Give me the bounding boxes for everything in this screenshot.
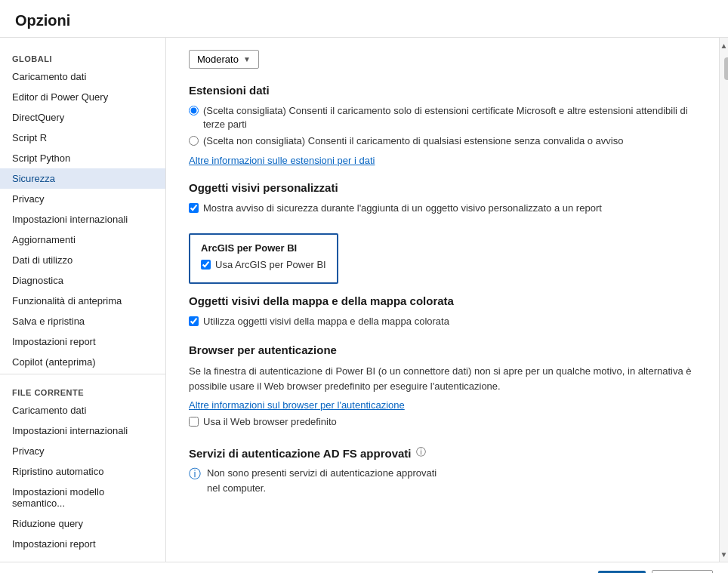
oggetti-visivi-title: Oggetti visivi personalizzati — [189, 181, 696, 194]
mappa-checkbox[interactable] — [189, 316, 199, 326]
section-mappa: Oggetti visivi della mappa e della mappa… — [189, 294, 696, 328]
info-circle-icon: ⓘ — [416, 445, 426, 459]
browser-checkbox[interactable] — [189, 417, 199, 427]
sidebar-item-fc-impostazioni-report[interactable]: Impostazioni report — [0, 534, 165, 554]
browser-title: Browser per autenticazione — [189, 343, 696, 356]
sidebar-item-fc-ripristino-automatico[interactable]: Ripristino automatico — [0, 461, 165, 482]
scroll-thumb[interactable] — [724, 57, 729, 80]
radio-consigliata-label: (Scelta consigliata) Consenti il caricam… — [203, 104, 696, 131]
chevron-down-icon: ▼ — [243, 55, 251, 63]
sidebar-item-directquery[interactable]: DirectQuery — [0, 107, 165, 128]
sidebar-item-fc-riduzione-query[interactable]: Riduzione query — [0, 513, 165, 534]
section-oggetti-visivi: Oggetti visivi personalizzati Mostra avv… — [189, 181, 696, 215]
sidebar-item-caricamento-dati[interactable]: Caricamento dati — [0, 66, 165, 87]
sidebar-item-editor-power-query[interactable]: Editor di Power Query — [0, 87, 165, 107]
checkbox-avviso-sicurezza-group: Mostra avviso di sicurezza durante l'agg… — [189, 202, 696, 215]
radio-estensioni-consigliata: (Scelta consigliata) Consenti il caricam… — [189, 104, 696, 131]
main-content: Moderato ▼ Estensioni dati (Scelta consi… — [166, 38, 719, 562]
sidebar-item-fc-impostazioni-internazionali[interactable]: Impostazioni internazionali — [0, 421, 165, 441]
scroll-down-arrow[interactable]: ▼ — [720, 547, 728, 562]
adfs-info-text: Non sono presenti servizi di autenticazi… — [207, 466, 436, 495]
checkbox-avviso-sicurezza[interactable] — [189, 203, 199, 213]
sidebar-item-fc-impostazioni-modello[interactable]: Impostazioni modello semantico... — [0, 482, 165, 513]
sidebar-item-funzionalita-anteprima[interactable]: Funzionalità di anteprima — [0, 291, 165, 311]
sidebar-item-salva-ripristina[interactable]: Salva e ripristina — [0, 311, 165, 331]
arcgis-box: ArcGIS per Power BI Usa ArcGIS per Power… — [189, 233, 338, 284]
sidebar-item-impostazioni-internazionali[interactable]: Impostazioni internazionali — [0, 209, 165, 230]
section-browser: Browser per autenticazione Se la finestr… — [189, 343, 696, 429]
sidebar: GLOBALI Caricamento dati Editor di Power… — [0, 38, 166, 562]
adfs-title: Servizi di autenticazione AD FS approvat… — [189, 447, 412, 460]
arcgis-checkbox-label: Usa ArcGIS per Power BI — [215, 258, 326, 272]
sidebar-item-fc-caricamento-dati[interactable]: Caricamento dati — [0, 400, 165, 421]
scroll-up-arrow[interactable]: ▲ — [720, 38, 728, 53]
browser-description: Se la finestra di autenticazione di Powe… — [189, 364, 696, 393]
sidebar-item-script-python[interactable]: Script Python — [0, 148, 165, 168]
dialog-title: Opzioni — [0, 0, 728, 38]
sidebar-item-fc-privacy[interactable]: Privacy — [0, 441, 165, 461]
arcgis-checkbox-group: Usa ArcGIS per Power BI — [201, 258, 326, 272]
moderato-dropdown[interactable]: Moderato ▼ — [189, 50, 259, 69]
checkbox-avviso-sicurezza-label: Mostra avviso di sicurezza durante l'agg… — [203, 202, 602, 215]
sidebar-item-script-r[interactable]: Script R — [0, 128, 165, 148]
dialog-footer: OK Annulla — [0, 562, 728, 573]
browser-link[interactable]: Altre informazioni sul browser per l'aut… — [189, 399, 405, 411]
sidebar-item-diagnostica[interactable]: Diagnostica — [0, 270, 165, 291]
section-estensioni-dati: Estensioni dati (Scelta consigliata) Con… — [189, 84, 696, 166]
sidebar-item-sicurezza[interactable]: Sicurezza — [0, 168, 165, 189]
sidebar-item-aggiornamenti[interactable]: Aggiornamenti — [0, 230, 165, 250]
arcgis-box-title: ArcGIS per Power BI — [201, 242, 326, 254]
sidebar-item-copilot[interactable]: Copilot (anteprima) — [0, 352, 165, 372]
info-icon: ⓘ — [189, 467, 201, 482]
sidebar-item-dati-utilizzo[interactable]: Dati di utilizzo — [0, 250, 165, 270]
mappa-title: Oggetti visivi della mappa e della mappa… — [189, 294, 696, 307]
sidebar-item-impostazioni-report[interactable]: Impostazioni report — [0, 331, 165, 352]
adfs-info-box: ⓘ Non sono presenti servizi di autentica… — [189, 466, 696, 495]
mappa-checkbox-label: Utilizza oggetti visivi della mappa e de… — [203, 315, 449, 328]
scrollbar[interactable]: ▲ ▼ — [719, 38, 728, 562]
radio-estensioni-non-consigliata: (Scelta non consigliata) Consenti il car… — [189, 134, 696, 148]
estensioni-dati-title: Estensioni dati — [189, 84, 696, 97]
section-adfs: Servizi di autenticazione AD FS approvat… — [189, 444, 696, 495]
browser-checkbox-label: Usa il Web browser predefinito — [203, 415, 337, 429]
radio-non-consigliata-input[interactable] — [189, 136, 199, 146]
sidebar-section-globali: GLOBALI — [0, 45, 165, 66]
options-dialog: Opzioni GLOBALI Caricamento dati Editor … — [0, 0, 728, 573]
estensioni-link[interactable]: Altre informazioni sulle estensioni per … — [189, 155, 375, 166]
sidebar-section-file-corrente: FILE CORRENTE — [0, 379, 165, 400]
browser-checkbox-group: Usa il Web browser predefinito — [189, 415, 696, 429]
sidebar-item-privacy[interactable]: Privacy — [0, 189, 165, 209]
radio-consigliata-input[interactable] — [189, 106, 199, 116]
mappa-checkbox-group: Utilizza oggetti visivi della mappa e de… — [189, 315, 696, 328]
annulla-button[interactable]: Annulla — [652, 570, 713, 573]
radio-non-consigliata-label: (Scelta non consigliata) Consenti il car… — [203, 134, 623, 148]
arcgis-checkbox[interactable] — [201, 260, 211, 270]
